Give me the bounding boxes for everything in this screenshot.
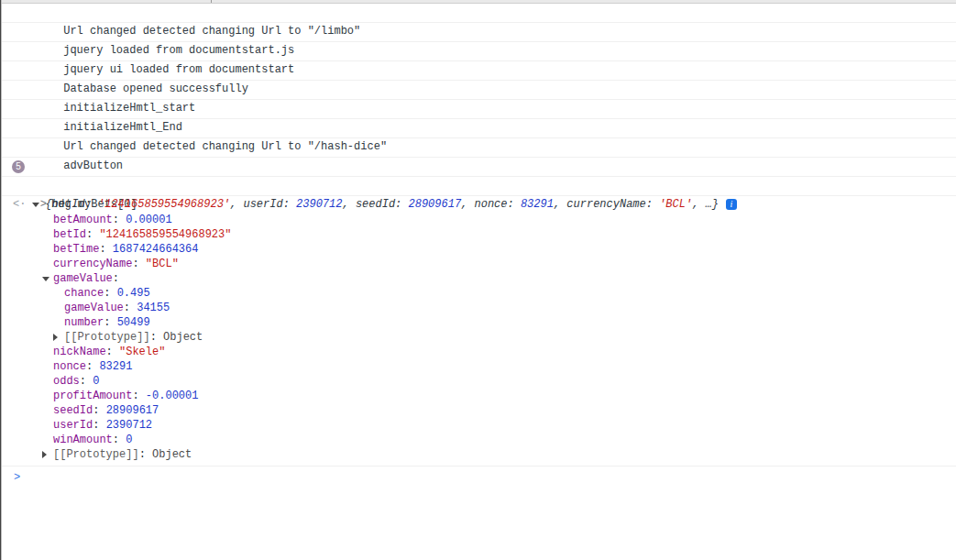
toolbar-divider bbox=[211, 0, 212, 3]
preview-token: {betId: bbox=[45, 198, 98, 211]
tree-row: gameValue: bbox=[2, 271, 956, 286]
property-separator: : bbox=[104, 286, 116, 301]
property-separator: : bbox=[132, 257, 145, 271]
property-value: "Skele" bbox=[119, 345, 165, 359]
property-separator: : bbox=[150, 330, 163, 345]
property-separator: : bbox=[113, 213, 126, 227]
property-separator: : bbox=[93, 418, 105, 433]
log-rows: Url changed detected changing Url to "/l… bbox=[2, 4, 956, 158]
log-message: advButton bbox=[63, 159, 123, 172]
log-message: initializeHmtl_End bbox=[63, 121, 182, 134]
property-name: [[Prototype]] bbox=[53, 447, 139, 462]
property-name: nickName bbox=[53, 345, 106, 359]
property-value: Object bbox=[152, 447, 192, 462]
devtools-console-panel: Url changed detected changing Url to "/l… bbox=[2, 0, 956, 484]
property-separator: : bbox=[99, 242, 112, 257]
log-message: Url changed detected changing Url to "/l… bbox=[63, 25, 360, 38]
property-separator: : bbox=[86, 227, 99, 242]
property-separator: : bbox=[80, 374, 93, 389]
tree-row: seedId: 28909617 bbox=[2, 403, 956, 418]
property-name: gameValue bbox=[64, 301, 124, 315]
property-name: currencyName bbox=[53, 257, 132, 271]
property-value: 34155 bbox=[137, 301, 170, 315]
message-count-badge: 5 bbox=[12, 160, 25, 173]
property-separator: : bbox=[106, 345, 119, 359]
property-value: 0 bbox=[126, 433, 132, 447]
prompt-chevron-icon: > bbox=[14, 471, 20, 484]
property-name: nonce bbox=[53, 359, 86, 374]
property-separator: : bbox=[104, 315, 116, 330]
property-name: [[Prototype]] bbox=[64, 330, 150, 345]
preview-token: , nonce: bbox=[461, 198, 521, 211]
property-separator: : bbox=[132, 389, 145, 403]
property-value: 28909617 bbox=[106, 403, 159, 418]
property-name: betTime bbox=[53, 242, 99, 257]
property-separator: : bbox=[113, 433, 126, 447]
property-name: profitAmount bbox=[53, 389, 132, 403]
command-row: >hdg.myBets[0] bbox=[2, 177, 956, 196]
preview-token: '124165859554968923' bbox=[98, 198, 230, 211]
preview-token: , seedId: bbox=[342, 198, 408, 211]
property-name: winAmount bbox=[53, 433, 113, 447]
property-name: betId bbox=[53, 227, 86, 242]
property-expander-icon[interactable] bbox=[42, 277, 53, 281]
preview-token: , userId: bbox=[230, 198, 296, 211]
tree-row: betAmount: 0.00001 bbox=[2, 213, 956, 227]
panel-left-border bbox=[0, 0, 2, 560]
log-message: jquery ui loaded from documentstart bbox=[63, 63, 294, 76]
tree-row: userId: 2390712 bbox=[2, 418, 956, 433]
object-preview: {betId: '124165859554968923', userId: 23… bbox=[45, 198, 719, 211]
tree-row: [[Prototype]]: Object bbox=[2, 447, 956, 462]
property-name: userId bbox=[53, 418, 93, 433]
preview-token: 28909617 bbox=[409, 198, 462, 211]
property-name: number bbox=[64, 315, 104, 330]
tree-row: winAmount: 0 bbox=[2, 433, 956, 447]
tree-row: currencyName: "BCL" bbox=[2, 257, 956, 271]
property-value: 83291 bbox=[99, 359, 132, 374]
property-separator: : bbox=[124, 301, 137, 315]
tree-row: odds: 0 bbox=[2, 374, 956, 389]
property-name: gameValue bbox=[53, 271, 113, 286]
property-value: 0 bbox=[93, 374, 99, 389]
property-value: Object bbox=[163, 330, 203, 345]
object-tree: betAmount: 0.00001 betId: "1241658595549… bbox=[2, 213, 956, 462]
console-prompt[interactable]: > bbox=[2, 467, 956, 484]
property-value: "BCL" bbox=[146, 257, 179, 271]
preview-token: 83291 bbox=[521, 198, 554, 211]
preview-token: 2390712 bbox=[296, 198, 342, 211]
info-icon[interactable]: i bbox=[726, 199, 737, 210]
property-separator: : bbox=[86, 359, 99, 374]
log-message: Database opened successfully bbox=[63, 82, 248, 95]
tree-row: nonce: 83291 bbox=[2, 359, 956, 374]
property-separator: : bbox=[93, 403, 105, 418]
preview-token: 'BCL' bbox=[659, 198, 692, 211]
tree-row: gameValue: 34155 bbox=[2, 301, 956, 315]
property-value: 1687424664364 bbox=[113, 242, 199, 257]
property-name: odds bbox=[53, 374, 80, 389]
property-name: betAmount bbox=[53, 213, 113, 227]
tree-row: profitAmount: -0.00001 bbox=[2, 389, 956, 403]
toolbar-bottom-edge bbox=[2, 0, 956, 4]
return-value-icon: <· bbox=[13, 198, 26, 211]
property-value: 0.495 bbox=[117, 286, 150, 301]
tree-row: betId: "124165859554968923" bbox=[2, 227, 956, 242]
result-row: <· {betId: '124165859554968923', userId:… bbox=[2, 196, 956, 467]
object-expander-icon[interactable] bbox=[32, 203, 39, 207]
tree-row: betTime: 1687424664364 bbox=[2, 242, 956, 257]
result-preview-line: <· {betId: '124165859554968923', userId:… bbox=[2, 196, 956, 213]
property-name: chance bbox=[64, 286, 104, 301]
preview-token: , …} bbox=[692, 198, 719, 211]
property-value: 0.00001 bbox=[126, 213, 171, 227]
property-value: 50499 bbox=[117, 315, 150, 330]
property-value: -0.00001 bbox=[146, 389, 199, 403]
preview-token: , currencyName: bbox=[554, 198, 659, 211]
property-expander-icon[interactable] bbox=[42, 451, 53, 458]
property-expander-icon[interactable] bbox=[53, 334, 64, 341]
log-message: Url changed detected changing Url to "/h… bbox=[63, 140, 387, 153]
property-separator: : bbox=[139, 447, 152, 462]
property-name: seedId bbox=[53, 403, 93, 418]
tree-row: [[Prototype]]: Object bbox=[2, 330, 956, 345]
tree-row: number: 50499 bbox=[2, 315, 956, 330]
tree-row: nickName: "Skele" bbox=[2, 345, 956, 359]
property-value: "124165859554968923" bbox=[99, 227, 231, 242]
